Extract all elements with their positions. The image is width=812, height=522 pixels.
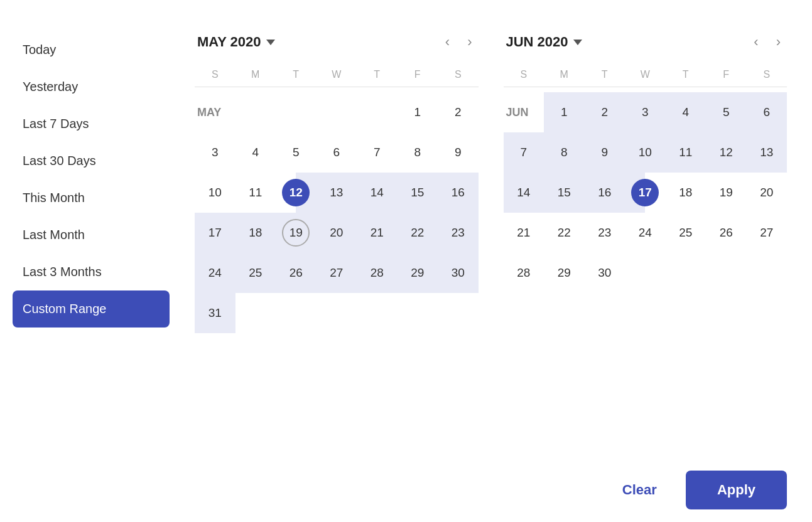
may-day-8[interactable]: 8 — [398, 132, 438, 173]
may-day-13[interactable]: 13 — [317, 173, 357, 213]
jun-day-6[interactable]: 6 — [747, 92, 788, 132]
jun-grid-body: JUN1234567891011121314151617181920212223… — [504, 92, 788, 293]
may-month-label: MAY — [195, 92, 398, 132]
sidebar-item-today[interactable]: Today — [13, 31, 170, 68]
jun-day-15[interactable]: 15 — [544, 173, 585, 213]
jun-calendar: JUN 2020 ‹ › S M T W T F — [491, 31, 800, 452]
may-day-18[interactable]: 18 — [235, 213, 276, 253]
jun-day-grid: S M T W T F S JUN12345678910111213141516… — [504, 65, 788, 293]
jun-nav-arrows: ‹ › — [750, 31, 784, 53]
may-day-30[interactable]: 30 — [438, 253, 479, 293]
sidebar-item-lastmonth[interactable]: Last Month — [13, 216, 170, 253]
may-days-header: S M T W T F S — [195, 65, 479, 87]
may-nav-arrows: ‹ › — [441, 31, 476, 53]
jun-day-9[interactable]: 9 — [585, 132, 625, 173]
may-day-7[interactable]: 7 — [357, 132, 398, 173]
calendar-area: MAY 2020 ‹ › S M T W T F — [170, 25, 812, 522]
may-day-4[interactable]: 4 — [235, 132, 276, 173]
may-calendar: MAY 2020 ‹ › S M T W T F — [182, 31, 491, 452]
sidebar-item-last30[interactable]: Last 30 Days — [13, 142, 170, 179]
sidebar-item-thismonth[interactable]: This Month — [13, 179, 170, 216]
apply-button[interactable]: Apply — [686, 471, 787, 509]
may-day-24[interactable]: 24 — [195, 253, 235, 293]
may-day-1[interactable]: 1 — [398, 92, 438, 132]
jun-day-21[interactable]: 21 — [504, 213, 544, 253]
jun-day-13[interactable]: 13 — [747, 132, 788, 173]
may-day-3[interactable]: 3 — [195, 132, 235, 173]
may-day-29[interactable]: 29 — [398, 253, 438, 293]
jun-day-3[interactable]: 3 — [625, 92, 666, 132]
may-day-9[interactable]: 9 — [438, 132, 479, 173]
jun-day-17[interactable]: 17 — [625, 173, 666, 213]
jun-day-10[interactable]: 10 — [625, 132, 666, 173]
jun-day-20[interactable]: 20 — [747, 173, 788, 213]
may-month-title[interactable]: MAY 2020 — [197, 34, 275, 50]
jun-day-14[interactable]: 14 — [504, 173, 544, 213]
jun-day-27[interactable]: 27 — [747, 213, 788, 253]
may-day-19[interactable]: 19 — [276, 213, 317, 253]
jun-day-2[interactable]: 2 — [585, 92, 625, 132]
jun-day-12[interactable]: 12 — [706, 132, 747, 173]
jun-day-30[interactable]: 30 — [585, 253, 625, 293]
may-prev-arrow[interactable]: ‹ — [441, 31, 453, 53]
may-day-15[interactable]: 15 — [398, 173, 438, 213]
may-day-26[interactable]: 26 — [276, 253, 317, 293]
jun-day-29[interactable]: 29 — [544, 253, 585, 293]
may-day-28[interactable]: 28 — [357, 253, 398, 293]
jun-next-arrow[interactable]: › — [772, 31, 784, 53]
may-day-20[interactable]: 20 — [317, 213, 357, 253]
sidebar-item-last3months[interactable]: Last 3 Months — [13, 253, 170, 290]
jun-day-18[interactable]: 18 — [666, 173, 706, 213]
may-day-11[interactable]: 11 — [235, 173, 276, 213]
may-day-16[interactable]: 16 — [438, 173, 479, 213]
may-day-22[interactable]: 22 — [398, 213, 438, 253]
jun-days-header: S M T W T F S — [504, 65, 788, 87]
sidebar-item-customrange[interactable]: Custom Range — [13, 290, 170, 328]
may-day-6[interactable]: 6 — [317, 132, 357, 173]
jun-day-23[interactable]: 23 — [585, 213, 625, 253]
jun-day-16[interactable]: 16 — [585, 173, 625, 213]
jun-day-24[interactable]: 24 — [625, 213, 666, 253]
jun-day-25[interactable]: 25 — [666, 213, 706, 253]
calendars-row: MAY 2020 ‹ › S M T W T F — [182, 31, 799, 452]
may-day-5[interactable]: 5 — [276, 132, 317, 173]
jun-day-7[interactable]: 7 — [504, 132, 544, 173]
jun-day-28[interactable]: 28 — [504, 253, 544, 293]
jun-day-11[interactable]: 11 — [666, 132, 706, 173]
may-day-2[interactable]: 2 — [438, 92, 479, 132]
sidebar-item-last7[interactable]: Last 7 Days — [13, 105, 170, 142]
clear-button[interactable]: Clear — [604, 472, 676, 508]
may-day-17[interactable]: 17 — [195, 213, 235, 253]
may-header: MAY 2020 ‹ › — [195, 31, 479, 53]
jun-day-26[interactable]: 26 — [706, 213, 747, 253]
jun-day-22[interactable]: 22 — [544, 213, 585, 253]
may-day-27[interactable]: 27 — [317, 253, 357, 293]
sidebar-item-yesterday[interactable]: Yesterday — [13, 68, 170, 105]
jun-header: JUN 2020 ‹ › — [504, 31, 788, 53]
jun-chevron-icon[interactable] — [573, 40, 582, 45]
jun-month-title[interactable]: JUN 2020 — [506, 34, 582, 50]
may-grid-body: MAY1234567891011121314151617181920212223… — [195, 92, 479, 333]
may-day-25[interactable]: 25 — [235, 253, 276, 293]
may-day-grid: S M T W T F S MAY12345678910111213141516… — [195, 65, 479, 333]
footer: Clear Apply — [182, 452, 799, 509]
may-next-arrow[interactable]: › — [463, 31, 475, 53]
jun-month-label: JUN — [504, 92, 544, 132]
may-day-14[interactable]: 14 — [357, 173, 398, 213]
may-day-12[interactable]: 12 — [276, 173, 317, 213]
may-day-23[interactable]: 23 — [438, 213, 479, 253]
jun-day-8[interactable]: 8 — [544, 132, 585, 173]
may-day-10[interactable]: 10 — [195, 173, 235, 213]
jun-day-1[interactable]: 1 — [544, 92, 585, 132]
sidebar: Today Yesterday Last 7 Days Last 30 Days… — [13, 25, 170, 522]
jun-prev-arrow[interactable]: ‹ — [750, 31, 762, 53]
may-chevron-icon[interactable] — [266, 40, 275, 45]
jun-day-4[interactable]: 4 — [666, 92, 706, 132]
jun-day-5[interactable]: 5 — [706, 92, 747, 132]
jun-day-19[interactable]: 19 — [706, 173, 747, 213]
may-day-21[interactable]: 21 — [357, 213, 398, 253]
may-day-31[interactable]: 31 — [195, 293, 235, 333]
